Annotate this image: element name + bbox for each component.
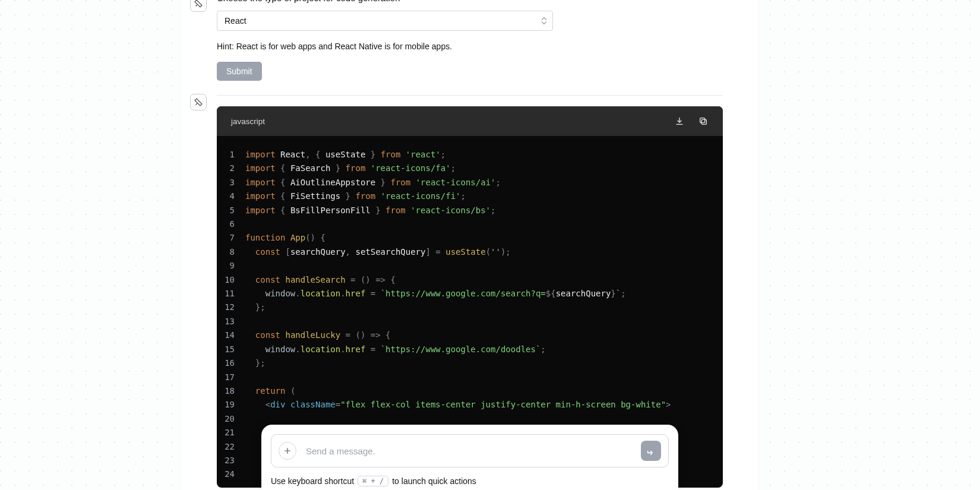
line-number: 10 bbox=[217, 273, 245, 287]
assistant-avatar-icon bbox=[190, 0, 207, 12]
line-number: 20 bbox=[217, 412, 245, 426]
project-type-select[interactable]: React bbox=[217, 11, 553, 31]
line-number: 7 bbox=[217, 231, 245, 245]
chevron-updown-icon bbox=[541, 17, 547, 25]
svg-rect-1 bbox=[700, 118, 705, 123]
project-type-form: Choose the type of project for code gene… bbox=[181, 11, 758, 81]
svg-rect-0 bbox=[701, 119, 706, 124]
form-hint: Hint: React is for web apps and React Na… bbox=[217, 42, 723, 51]
composer-card: Use keyboard shortcut ⌘ + / to launch qu… bbox=[261, 425, 678, 490]
line-number: 1 bbox=[217, 148, 245, 162]
line-number: 8 bbox=[217, 245, 245, 259]
line-number: 13 bbox=[217, 315, 245, 328]
shortcut-hint-pre: Use keyboard shortcut bbox=[271, 476, 354, 486]
submit-button[interactable]: Submit bbox=[217, 62, 262, 81]
line-number: 4 bbox=[217, 189, 245, 203]
line-number: 11 bbox=[217, 287, 245, 301]
line-number: 15 bbox=[217, 343, 245, 356]
assistant-avatar-icon bbox=[190, 94, 207, 110]
divider bbox=[217, 95, 723, 96]
plus-icon[interactable] bbox=[279, 442, 296, 460]
shortcut-kbd: ⌘ + / bbox=[358, 476, 388, 486]
composer-input-row bbox=[271, 434, 669, 467]
send-button[interactable] bbox=[641, 441, 661, 461]
line-number: 18 bbox=[217, 384, 245, 398]
line-number: 12 bbox=[217, 301, 245, 314]
line-number: 3 bbox=[217, 176, 245, 189]
line-number: 17 bbox=[217, 371, 245, 384]
shortcut-hint: Use keyboard shortcut ⌘ + / to launch qu… bbox=[271, 476, 669, 486]
line-number: 6 bbox=[217, 217, 245, 231]
form-title: Choose the type of project for code gene… bbox=[217, 0, 400, 3]
enter-icon bbox=[646, 446, 656, 456]
download-icon[interactable] bbox=[674, 116, 685, 127]
line-number: 9 bbox=[217, 259, 245, 273]
project-type-select-value: React bbox=[217, 11, 553, 31]
composer: Use keyboard shortcut ⌘ + / to launch qu… bbox=[181, 425, 758, 490]
line-number: 2 bbox=[217, 162, 245, 175]
line-number: 16 bbox=[217, 356, 245, 370]
code-actions bbox=[674, 116, 709, 127]
line-number: 5 bbox=[217, 204, 245, 217]
app-page: Choose the type of project for code gene… bbox=[181, 0, 758, 490]
copy-icon[interactable] bbox=[698, 116, 709, 127]
line-number: 19 bbox=[217, 398, 245, 412]
line-number: 14 bbox=[217, 328, 245, 342]
shortcut-hint-post: to launch quick actions bbox=[392, 476, 476, 486]
message-input[interactable] bbox=[305, 445, 633, 457]
code-language-label: javascript bbox=[231, 117, 265, 126]
code-block-header: javascript bbox=[217, 106, 723, 136]
